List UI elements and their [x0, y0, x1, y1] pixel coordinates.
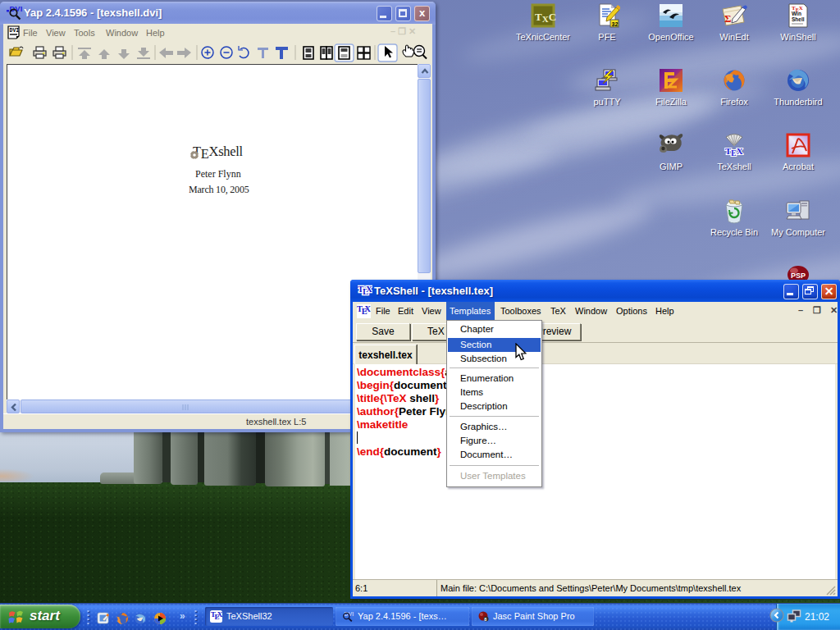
svg-text:X: X — [217, 610, 222, 619]
svg-text:32: 32 — [612, 21, 619, 27]
svg-text:DVI: DVI — [10, 28, 20, 34]
svg-text:TEX: TEX — [725, 146, 743, 158]
svg-text:DVI: DVI — [10, 4, 23, 13]
svg-text:X: X — [364, 304, 371, 313]
svg-text:Σ: Σ — [724, 12, 732, 25]
svg-text:8: 8 — [484, 617, 486, 622]
svg-text:X: X — [366, 284, 372, 294]
svg-text:Shell: Shell — [792, 16, 805, 22]
svg-text:Win: Win — [792, 11, 801, 16]
